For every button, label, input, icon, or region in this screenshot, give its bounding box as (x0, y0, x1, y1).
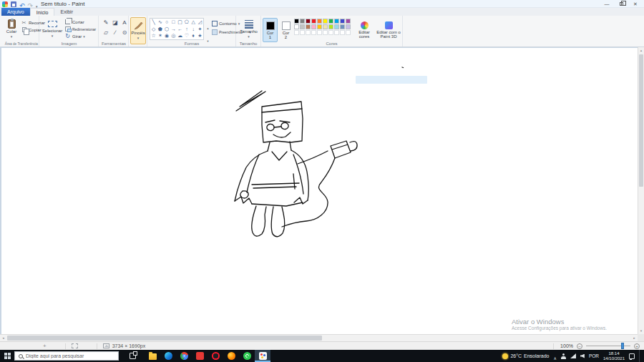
taskbar-search[interactable] (14, 351, 119, 361)
taskbar-app-file-explorer[interactable] (145, 350, 160, 362)
empty-color-slot[interactable] (294, 30, 299, 35)
shape-item-1[interactable]: ∿ (157, 19, 163, 26)
color-swatch[interactable] (300, 19, 305, 24)
taskbar-app-whatsapp[interactable] (239, 350, 255, 362)
shape-item-9[interactable]: ⬟ (157, 26, 163, 33)
shape-item-11[interactable]: → (170, 26, 177, 33)
size-button[interactable]: Tamanho (238, 17, 259, 41)
shape-item-0[interactable]: ╲ (150, 19, 157, 26)
text-tool[interactable]: A (120, 18, 129, 27)
shape-item-22[interactable]: ♦ (190, 32, 197, 39)
network-icon[interactable] (570, 353, 576, 358)
zoom-slider-thumb[interactable] (621, 343, 624, 349)
color-swatch[interactable] (346, 19, 351, 24)
horizontal-scroll-thumb[interactable] (7, 336, 322, 341)
color-swatch[interactable] (317, 24, 322, 29)
color-swatch[interactable] (340, 19, 345, 24)
horizontal-scrollbar[interactable] (0, 334, 638, 341)
vertical-scrollbar[interactable] (638, 47, 644, 334)
close-button[interactable] (628, 0, 643, 8)
empty-color-slot[interactable] (317, 30, 322, 35)
empty-color-slot[interactable] (323, 30, 328, 35)
restore-button[interactable] (614, 0, 628, 8)
taskbar-app-edge[interactable] (160, 350, 176, 362)
shape-item-14[interactable]: ↓ (190, 26, 197, 33)
shape-item-17[interactable]: ✶ (157, 32, 163, 39)
scroll-down-arrow[interactable] (638, 328, 644, 334)
start-button[interactable] (0, 350, 14, 362)
edit-paint3d-button[interactable]: Editar com o Paint 3D (376, 18, 401, 42)
crop-button[interactable]: Cortar (64, 19, 101, 25)
color-swatch[interactable] (328, 19, 333, 24)
tab-exibir[interactable]: Exibir (54, 8, 79, 16)
color-swatch[interactable] (328, 24, 333, 29)
shape-item-12[interactable]: ← (177, 26, 183, 33)
resize-button[interactable]: Redimensionar (64, 26, 101, 32)
edit-colors-button[interactable]: Editar cores (354, 18, 374, 42)
color-swatch[interactable] (323, 19, 328, 24)
empty-color-slot[interactable] (311, 30, 316, 35)
scroll-right-arrow[interactable] (631, 335, 638, 341)
empty-color-slot[interactable] (300, 30, 305, 35)
save-button[interactable] (11, 1, 16, 7)
empty-color-slot[interactable] (346, 30, 351, 35)
eraser-tool[interactable]: ▱ (102, 28, 110, 37)
minimize-button[interactable] (600, 0, 614, 8)
shape-item-21[interactable]: ♡ (183, 32, 190, 39)
shape-item-23[interactable]: ★ (197, 32, 203, 39)
shape-item-18[interactable]: ◉ (164, 32, 170, 39)
action-center-icon[interactable] (629, 353, 635, 359)
color-swatch[interactable] (334, 19, 339, 24)
empty-color-slot[interactable] (328, 30, 333, 35)
magnifier-tool[interactable]: ⊙ (120, 28, 129, 37)
empty-color-slot[interactable] (306, 30, 311, 35)
zoom-in-button[interactable]: + (634, 343, 640, 349)
shape-item-4[interactable]: ▢ (177, 19, 183, 26)
tab-arquivo[interactable]: Arquivo (1, 8, 30, 16)
taskbar-app-opera[interactable] (208, 350, 223, 362)
shape-item-15[interactable]: ✦ (197, 26, 203, 33)
tab-inicio[interactable]: Início (30, 8, 55, 16)
taskbar-app-red-app[interactable] (192, 350, 208, 362)
volume-icon[interactable] (580, 354, 585, 358)
taskbar-clock[interactable]: 18:14 14/10/2021 (603, 351, 625, 361)
shape-item-5[interactable]: ⬠ (183, 19, 190, 26)
scroll-left-arrow[interactable] (0, 335, 6, 341)
show-desktop-button[interactable] (639, 350, 641, 362)
paste-button[interactable]: Colar (3, 17, 20, 41)
color-swatch[interactable] (311, 19, 316, 24)
color1-button[interactable]: Cor 1 (263, 18, 278, 42)
shape-item-19[interactable]: ◎ (170, 32, 177, 39)
color-swatch[interactable] (323, 24, 328, 29)
vertical-scroll-thumb[interactable] (639, 54, 643, 187)
brushes-button[interactable]: Pincéis (130, 17, 146, 44)
shape-item-6[interactable]: △ (190, 19, 197, 26)
color-swatch[interactable] (306, 19, 311, 24)
taskbar-app-chrome[interactable] (176, 350, 192, 362)
color-swatch[interactable] (317, 19, 322, 24)
task-view-button[interactable] (125, 350, 140, 362)
weather-widget[interactable]: 26°C Ensolarado (502, 353, 549, 359)
pencil-tool[interactable]: ✎ (102, 18, 110, 27)
shape-item-7[interactable]: ◿ (197, 19, 203, 26)
paint-canvas[interactable]: Ativar o Windows Acesse Configurações pa… (1, 48, 638, 334)
color-swatch[interactable] (311, 24, 316, 29)
shape-item-8[interactable]: ◇ (150, 26, 157, 33)
tray-expand-icon[interactable] (553, 350, 556, 362)
shape-item-2[interactable]: ○ (164, 19, 170, 26)
fill-tool[interactable]: ◪ (111, 18, 119, 27)
color-swatch[interactable] (294, 19, 299, 24)
taskbar-app-firefox[interactable] (223, 350, 239, 362)
shape-item-3[interactable]: □ (170, 19, 177, 26)
eyedropper-tool[interactable]: ∕ (111, 28, 119, 37)
scroll-up-arrow[interactable] (638, 47, 644, 54)
color-swatch[interactable] (294, 24, 299, 29)
shape-item-20[interactable]: ☁ (177, 32, 183, 39)
search-input[interactable] (26, 353, 118, 358)
color-swatch[interactable] (346, 24, 351, 29)
color-swatch[interactable] (300, 24, 305, 29)
taskbar-app-paint[interactable] (255, 350, 270, 362)
language-indicator[interactable]: POR (589, 353, 599, 358)
zoom-out-button[interactable]: − (577, 343, 582, 349)
empty-color-slot[interactable] (334, 30, 339, 35)
